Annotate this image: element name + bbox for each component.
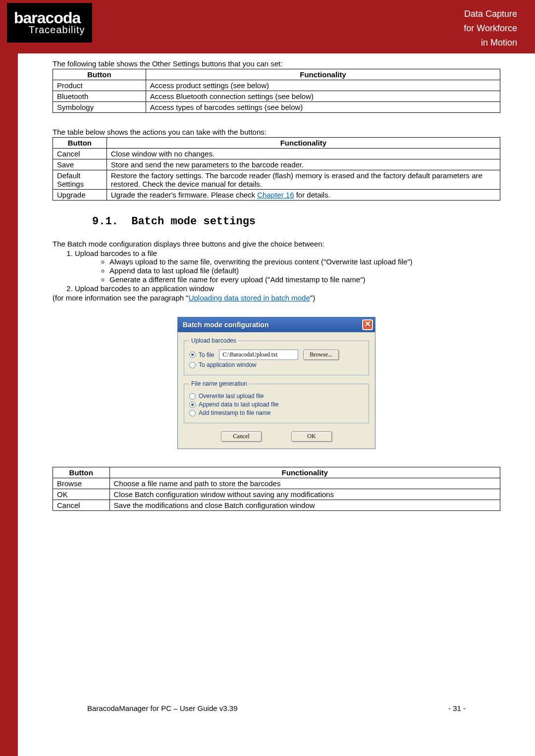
section-number: 9.1. (92, 215, 118, 228)
radio-overwrite[interactable] (189, 393, 196, 400)
group-legend: Upload barcodes (189, 337, 238, 344)
row-to-file: To file C:\BaracodaUpload.txt Browse... (189, 350, 364, 360)
table-row: Default Settings Restore the factory set… (53, 170, 500, 190)
radio-to-file[interactable] (189, 352, 196, 358)
cell-button: Save (53, 159, 107, 170)
table-row: Symbology Access types of barcodes setti… (53, 102, 500, 113)
cell-func: Access types of barcodes settings (see b… (146, 102, 500, 113)
intro-text-2: The table below shows the actions you ca… (53, 128, 500, 136)
browse-button[interactable]: Browse... (303, 350, 339, 360)
logo: baracoda Traceability (7, 3, 92, 43)
batch-buttons-table: Button Functionality Browse Choose a fil… (53, 467, 500, 511)
logo-subtitle: Traceability (29, 25, 85, 35)
cell-func: Store and send the new parameters to the… (107, 159, 500, 170)
table-row: Save Store and send the new parameters t… (53, 159, 500, 170)
page-header: baracoda Traceability Data Capture for W… (0, 0, 535, 53)
page-footer: BaracodaManager for PC – User Guide v3.3… (53, 699, 500, 727)
other-settings-table: Button Functionality Product Access prod… (53, 69, 500, 113)
filename-gen-group: File name generation Overwrite last uplo… (184, 380, 369, 423)
logo-brand: baracoda (14, 10, 80, 26)
list-item: Append data to last upload file (default… (109, 266, 500, 275)
paragraph: (for more information see the paragraph … (53, 294, 500, 302)
list-item: Generate a different file name for every… (109, 275, 500, 284)
radio-label: Append data to last upload file (199, 401, 278, 408)
table-header-functionality: Functionality (107, 138, 500, 149)
table-row: Product Access product settings (see bel… (53, 80, 500, 91)
cell-func: Close window with no changes. (107, 149, 500, 159)
cell-button: Symbology (53, 102, 146, 113)
dialog-screenshot: Batch mode configuration ✕ Upload barcod… (53, 317, 500, 449)
list-text: Upload barcodes to a file (75, 249, 157, 257)
numbered-list: Upload barcodes to a file Always upload … (75, 249, 500, 293)
file-path-input[interactable]: C:\BaracodaUpload.txt (219, 350, 298, 360)
paragraph: The Batch mode configuration displays th… (53, 240, 500, 248)
table-header-functionality: Functionality (109, 467, 500, 478)
radio-label: To file (199, 352, 214, 358)
section-title-text: Batch mode settings (131, 215, 256, 228)
dialog-title-text: Batch mode configuration (183, 321, 268, 329)
radio-label: Overwrite last upload file (199, 393, 264, 400)
table-row: Upgrade Ugrade the reader's firmware. Pl… (53, 190, 500, 201)
table-header-functionality: Functionality (146, 69, 500, 80)
row-to-app: To application window (189, 361, 364, 368)
cell-func: Choose a file name and path to store the… (109, 478, 500, 489)
cell-button: OK (53, 489, 110, 500)
table-header-button: Button (53, 69, 146, 80)
actions-table: Button Functionality Cancel Close window… (53, 137, 500, 201)
cell-button: Cancel (53, 149, 107, 159)
cancel-button[interactable]: Cancel (221, 431, 262, 442)
table-header-button: Button (53, 138, 107, 149)
dialog-actions: Cancel OK (184, 428, 369, 442)
table-header-button: Button (53, 467, 110, 478)
cell-func: Close Batch configuration window without… (109, 489, 500, 500)
ok-button[interactable]: OK (291, 431, 332, 442)
close-icon[interactable]: ✕ (362, 319, 373, 330)
table-row: Cancel Save the modifications and close … (53, 500, 500, 511)
text: ") (310, 294, 315, 302)
list-item: Upload barcodes to an application window (75, 284, 500, 293)
tagline-3: in Motion (464, 36, 517, 50)
list-item: Always upload to the same file, overwrit… (109, 257, 500, 266)
chapter-16-link[interactable]: Chapter 16 (257, 191, 294, 199)
list-item: Upload barcodes to a file Always upload … (75, 249, 500, 284)
cell-button: Product (53, 80, 146, 91)
upload-barcodes-group: Upload barcodes To file C:\BaracodaUploa… (184, 337, 369, 375)
dialog-titlebar: Batch mode configuration ✕ (178, 317, 375, 332)
radio-to-app[interactable] (189, 362, 196, 368)
page-content: The following table shows the Other Sett… (18, 53, 535, 747)
section-heading: 9.1. Batch mode settings (92, 215, 500, 228)
text: Ugrade the reader's firmware. Please che… (111, 191, 258, 199)
sublist: Always upload to the same file, overwrit… (109, 257, 500, 284)
cell-button: Browse (53, 478, 110, 489)
radio-label: To application window (199, 361, 257, 368)
left-red-bar (0, 53, 18, 747)
cell-button: Cancel (53, 500, 110, 511)
cell-func: Restore the factory settings. The barcod… (107, 170, 500, 190)
table-row: Browse Choose a file name and path to st… (53, 478, 500, 489)
batch-mode-dialog: Batch mode configuration ✕ Upload barcod… (177, 317, 375, 449)
text: (for more information see the paragraph … (53, 294, 189, 302)
radio-timestamp[interactable] (189, 410, 196, 416)
tagline-2: for Workforce (464, 21, 517, 36)
footer-left: BaracodaManager for PC – User Guide v3.3… (87, 704, 238, 712)
table-row: OK Close Batch configuration window with… (53, 489, 500, 500)
header-tagline: Data Capture for Workforce in Motion (464, 0, 535, 53)
cell-func: Access Bluetooth connection settings (se… (146, 91, 500, 102)
cell-func: Access product settings (see below) (146, 80, 500, 91)
cell-button: Upgrade (53, 190, 107, 201)
tagline-1: Data Capture (464, 7, 517, 21)
cell-func: Ugrade the reader's firmware. Please che… (107, 190, 500, 201)
radio-label: Add timestamp to file name (199, 409, 270, 416)
group-legend: File name generation (189, 380, 249, 387)
text: for details. (294, 191, 330, 199)
uploading-data-link[interactable]: Uploading data stored in batch mode (189, 294, 310, 302)
cell-button: Default Settings (53, 170, 107, 190)
intro-text-1: The following table shows the Other Sett… (53, 59, 500, 68)
table-row: Bluetooth Access Bluetooth connection se… (53, 91, 500, 102)
radio-append[interactable] (189, 402, 196, 408)
cell-func: Save the modifications and close Batch c… (109, 500, 500, 511)
cell-button: Bluetooth (53, 91, 146, 102)
dialog-body: Upload barcodes To file C:\BaracodaUploa… (178, 332, 375, 449)
footer-page-number: - 31 - (448, 704, 466, 712)
table-row: Cancel Close window with no changes. (53, 149, 500, 159)
